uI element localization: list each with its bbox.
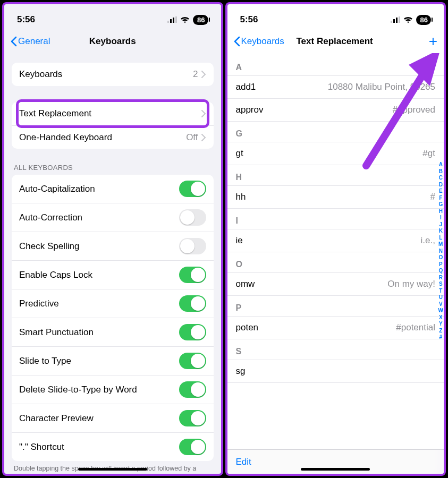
index-letter[interactable]: L — [439, 235, 442, 242]
status-time: 5:56 — [240, 14, 258, 25]
battery-indicator: 86 — [193, 15, 208, 25]
index-letter[interactable]: A — [439, 161, 443, 168]
toggle-label: Enable Caps Lock — [19, 270, 179, 280]
toggle-row: Smart Punctuation — [12, 318, 214, 346]
index-letter[interactable]: I — [440, 215, 442, 221]
toggle-label: "." Shortcut — [19, 442, 179, 453]
one-handed-keyboard-row[interactable]: One-Handed Keyboard Off — [12, 125, 214, 149]
section-header: A — [227, 55, 444, 75]
section-header: P — [227, 296, 444, 316]
replacement-row[interactable]: gt#gt — [227, 142, 444, 165]
status-indicators: 86 — [391, 15, 431, 25]
toggle-label: Predictive — [19, 298, 179, 309]
index-letter[interactable]: N — [439, 248, 443, 255]
index-letter[interactable]: B — [439, 168, 443, 175]
index-letter[interactable]: M — [438, 241, 443, 248]
replacement-row[interactable]: hh# — [227, 185, 444, 209]
back-label: Keyboards — [241, 36, 284, 47]
phrase-text: # — [246, 192, 435, 202]
replacement-row[interactable]: sg — [227, 360, 444, 383]
section-header: I — [227, 209, 444, 229]
index-letter[interactable]: T — [439, 288, 442, 295]
toggle-row: "." Shortcut — [12, 432, 214, 461]
back-button[interactable]: General — [11, 36, 50, 47]
index-letter[interactable]: R — [439, 275, 443, 281]
index-letter[interactable]: Z — [439, 328, 442, 335]
replacement-row[interactable]: iei.e., — [227, 229, 444, 252]
plus-icon: + — [429, 34, 437, 49]
svg-rect-0 — [167, 21, 169, 23]
nav-bar: Keyboards Text Replacement + — [227, 30, 444, 53]
status-bar: 5:56 86 — [227, 4, 444, 30]
index-letter[interactable]: # — [439, 334, 442, 341]
index-letter[interactable]: Q — [438, 268, 443, 275]
section-index[interactable]: ABCDEFGHIJKLMNOPQRSTUVWXYZ# — [438, 161, 443, 341]
index-letter[interactable]: C — [439, 175, 443, 182]
index-letter[interactable]: P — [439, 261, 443, 268]
index-letter[interactable]: S — [439, 281, 443, 288]
index-letter[interactable]: V — [439, 301, 443, 308]
shortcut-text: poten — [236, 322, 259, 333]
text-replacement-row[interactable]: Text Replacement — [12, 102, 214, 125]
toggle-row: Character Preview — [12, 404, 214, 432]
edit-button[interactable]: Edit — [236, 457, 251, 467]
toggle-switch[interactable] — [179, 181, 206, 197]
toggle-switch[interactable] — [179, 238, 206, 254]
toggle-label: Auto-Capitalization — [19, 184, 179, 194]
screen-text-replacement: 5:56 86 Keyboards Text Replacement + — [225, 2, 446, 476]
replacement-row[interactable]: approv#approved — [227, 99, 444, 122]
replacement-list: Aadd110880 Malibu Point, 90265approv#app… — [227, 53, 444, 449]
index-letter[interactable]: G — [438, 201, 443, 208]
toggle-switch[interactable] — [179, 209, 206, 226]
toggle-label: Character Preview — [19, 413, 179, 424]
cell-label: One-Handed Keyboard — [19, 132, 186, 143]
home-indicator[interactable] — [301, 468, 370, 471]
svg-rect-2 — [173, 18, 174, 23]
replacement-row[interactable]: omwOn my way! — [227, 272, 444, 296]
shortcut-text: hh — [236, 192, 246, 202]
battery-indicator: 86 — [416, 15, 431, 25]
home-indicator[interactable] — [78, 468, 147, 471]
shortcut-text: ie — [236, 235, 243, 246]
wifi-icon — [180, 16, 190, 23]
add-button[interactable]: + — [429, 30, 437, 53]
index-letter[interactable]: F — [439, 195, 442, 202]
toggle-switch[interactable] — [179, 267, 206, 283]
replacement-row[interactable]: add110880 Malibu Point, 90265 — [227, 75, 444, 99]
replacement-row[interactable]: poten#potential — [227, 316, 444, 339]
toggle-switch[interactable] — [179, 324, 206, 340]
index-letter[interactable]: O — [438, 254, 443, 261]
toggle-switch[interactable] — [179, 381, 206, 398]
wifi-icon — [403, 16, 413, 23]
keyboards-row[interactable]: Keyboards 2 — [12, 63, 214, 86]
index-letter[interactable]: E — [439, 188, 443, 195]
back-button[interactable]: Keyboards — [234, 36, 284, 47]
cellular-icon — [167, 16, 177, 23]
cell-label: Keyboards — [19, 69, 193, 80]
back-label: General — [18, 36, 50, 47]
keyboards-count: 2 — [193, 69, 198, 80]
svg-rect-6 — [396, 18, 398, 23]
phrase-text: i.e., — [243, 235, 435, 246]
index-letter[interactable]: X — [439, 314, 443, 321]
index-letter[interactable]: D — [439, 182, 443, 189]
footer-note: Double tapping the space bar will insert… — [12, 461, 214, 474]
index-letter[interactable]: U — [439, 294, 443, 301]
toggle-switch[interactable] — [179, 410, 206, 426]
index-letter[interactable]: K — [439, 228, 443, 235]
phrase-text: #approved — [263, 105, 435, 115]
toggle-switch[interactable] — [179, 353, 206, 369]
toggle-row: Auto-Correction — [12, 203, 214, 232]
toggle-label: Smart Punctuation — [19, 327, 179, 338]
index-letter[interactable]: J — [439, 221, 442, 228]
index-letter[interactable]: Y — [439, 321, 443, 328]
phrase-text: 10880 Malibu Point, 90265 — [256, 82, 435, 92]
toggle-row: Check Spelling — [12, 232, 214, 260]
toggle-switch[interactable] — [179, 439, 206, 455]
cell-label: Text Replacement — [19, 108, 201, 119]
status-time: 5:56 — [17, 14, 35, 25]
index-letter[interactable]: W — [438, 308, 443, 314]
toggle-label: Check Spelling — [19, 241, 179, 252]
index-letter[interactable]: H — [439, 208, 443, 215]
toggle-switch[interactable] — [179, 295, 206, 312]
